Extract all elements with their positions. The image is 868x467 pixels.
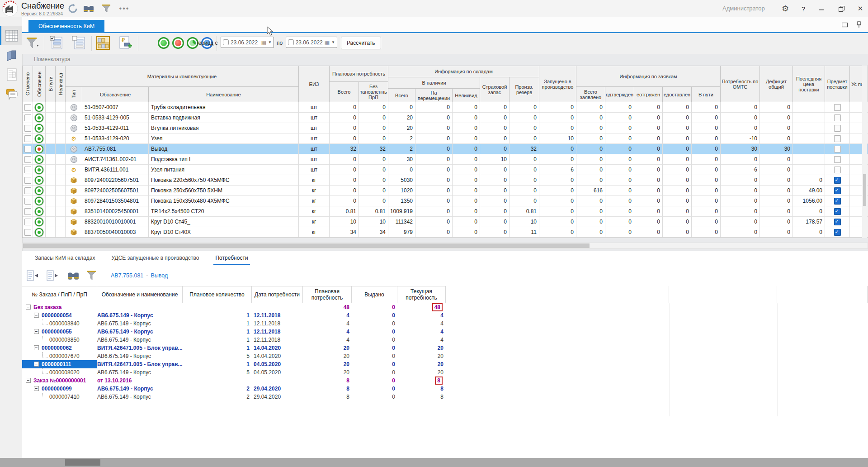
table-row[interactable]: 809724002205607501Поковка 220х560х750 4Х…: [23, 175, 868, 186]
refresh-icon[interactable]: [67, 3, 79, 14]
demand-order-cell[interactable]: 0000008020: [22, 368, 97, 376]
sidebar-item-grid[interactable]: [1, 26, 22, 45]
help-icon[interactable]: ?: [797, 4, 810, 14]
demand-row[interactable]: 0000003840АВ6.675.149 - Корпус112.11.201…: [22, 319, 868, 328]
checklist-doc-icon[interactable]: [48, 36, 64, 50]
column-header-provided[interactable]: Обеспечен: [33, 66, 46, 102]
column-header-materials_group[interactable]: Материалы и комплектующие: [66, 66, 299, 87]
filter-funnel-icon[interactable]: [85, 269, 99, 282]
maximize-panel-icon[interactable]: [842, 23, 848, 28]
scrollbar-thumb[interactable]: [863, 174, 866, 206]
tree-expand-icon[interactable]: −: [34, 313, 39, 318]
column-header-marked[interactable]: Отмечено: [23, 66, 33, 102]
marked-checkbox[interactable]: [24, 198, 31, 205]
supply-subject-checkbox[interactable]: [834, 208, 841, 215]
demand-row[interactable]: −0000000055АВ6.675.149 - Корпус112.11.20…: [22, 328, 868, 336]
column-header-in_transit[interactable]: В пути: [46, 66, 56, 102]
date-from-input[interactable]: 23.06.2022 ▦ ▼: [221, 37, 274, 48]
green-circle-icon[interactable]: [158, 37, 170, 49]
demand-order-cell[interactable]: 0000007410: [22, 393, 97, 401]
demand-header-1[interactable]: Обозначение и наименование: [97, 286, 183, 303]
column-header-name[interactable]: Наименование: [149, 87, 299, 102]
column-header-planned_group[interactable]: Плановая потребность: [330, 66, 388, 82]
supply-subject-checkbox[interactable]: [834, 229, 841, 236]
supply-subject-checkbox[interactable]: [834, 125, 841, 132]
demand-header-8[interactable]: [669, 286, 777, 303]
supply-subject-checkbox[interactable]: [834, 114, 841, 121]
demand-order-cell[interactable]: −Заказ №0000000001: [22, 376, 97, 385]
demand-row[interactable]: 0000003850АВ6.675.149 - Корпус112.11.201…: [22, 336, 868, 344]
bottom-tab-1[interactable]: УДСЕ запущенные в производство: [109, 251, 201, 265]
marked-checkbox[interactable]: [24, 114, 31, 121]
calendar-icon[interactable]: ▦: [325, 40, 330, 45]
table-row[interactable]: АИСТ.741361.002-01Подставка тип Iшт00300…: [23, 154, 868, 165]
demand-header-2[interactable]: Плановое количество: [183, 286, 252, 303]
demand-header-5[interactable]: Выдано: [352, 286, 397, 303]
date-to-input[interactable]: 23.06.2022 ▦ ▼: [286, 37, 337, 48]
selected-item-name[interactable]: Вывод: [151, 272, 168, 279]
column-header-req_confirmed[interactable]: одтвержден: [605, 87, 634, 102]
horizontal-scrollbar[interactable]: [22, 243, 868, 249]
warehouse-shelf-icon[interactable]: [95, 36, 111, 50]
collapse-doc-icon[interactable]: [26, 269, 39, 282]
marked-checkbox[interactable]: [24, 104, 31, 111]
minimize-button[interactable]: [815, 4, 828, 14]
window-bottom-scrollbar[interactable]: [0, 458, 868, 467]
column-header-avail_illiquid[interactable]: Неликвид: [453, 89, 480, 102]
demand-header-6[interactable]: Текущая потребность: [397, 286, 446, 303]
expand-doc-icon[interactable]: [46, 269, 59, 282]
vertical-scrollbar[interactable]: [862, 66, 867, 238]
close-button[interactable]: ✕: [854, 4, 867, 14]
supply-subject-checkbox[interactable]: [834, 219, 841, 225]
column-header-warehouse_group[interactable]: Информация по складам: [388, 66, 539, 77]
column-header-illiquid[interactable]: Неликвид: [56, 66, 66, 102]
date-from-checkbox[interactable]: [223, 39, 229, 45]
column-header-req_unshipped[interactable]: еотгружен: [634, 87, 663, 102]
chevron-down-icon[interactable]: ▼: [268, 40, 272, 44]
column-header-req_total[interactable]: Всего заявлено: [576, 87, 605, 102]
marked-checkbox[interactable]: [24, 229, 31, 236]
filter-icon[interactable]: [100, 3, 112, 14]
column-header-requests_group[interactable]: Информация по заявкам: [576, 66, 721, 87]
binoculars-icon[interactable]: [83, 3, 94, 14]
column-header-planned_wo_prp[interactable]: Без тановленнь ПрП: [359, 82, 388, 102]
table-row[interactable]: 51-0533-4129-005Вставка подвижнаяшт00200…: [23, 113, 868, 123]
demand-order-cell[interactable]: −0000000054: [22, 311, 97, 319]
demand-row[interactable]: −0000000111ВИТЯ.426471.005 - Блок управ.…: [22, 360, 868, 368]
date-to-checkbox[interactable]: [288, 39, 294, 45]
column-header-avail_moving[interactable]: На перемещении: [415, 89, 453, 102]
restore-button[interactable]: [835, 4, 848, 14]
demand-row[interactable]: −0000000062ВИТЯ.426471.005 - Блок управ.…: [22, 344, 868, 352]
scrollbar-thumb[interactable]: [23, 243, 590, 248]
demand-row[interactable]: −Заказ №0000000001от 13.10.2016808: [22, 376, 868, 385]
marked-checkbox[interactable]: [24, 208, 31, 215]
demand-row[interactable]: −Без заказа48048: [22, 303, 868, 311]
supply-subject-checkbox[interactable]: [834, 104, 841, 111]
table-row[interactable]: 88370050040010003Круг D10 Ст40Хкг3434979…: [23, 227, 868, 238]
column-header-unit[interactable]: ЕИЗ: [299, 66, 330, 102]
more-icon[interactable]: •••: [118, 3, 130, 14]
column-header-launched[interactable]: Запущено в производство: [539, 66, 576, 102]
date-from-value[interactable]: 23.06.2022: [231, 39, 258, 46]
demand-row[interactable]: 0000007410АВ6.675.149 - Корпус229.04.202…: [22, 393, 868, 401]
chevron-down-icon[interactable]: ▼: [331, 40, 335, 44]
demand-row[interactable]: −0000000099АВ6.675.149 - Корпус229.04.20…: [22, 385, 868, 393]
column-header-req_undelivered[interactable]: едоставлен: [663, 87, 692, 102]
demand-row[interactable]: 0000007670АВ6.675.149 - Корпус514.04.202…: [22, 352, 868, 360]
marked-checkbox[interactable]: [24, 167, 31, 173]
marked-checkbox[interactable]: [24, 219, 31, 225]
pin-icon[interactable]: [856, 21, 862, 28]
table-row[interactable]: 809724002505607501Поковка 250х560х750 5Х…: [23, 186, 868, 196]
bottom-tab-2[interactable]: Потребности: [213, 251, 250, 265]
column-header-supply_subject[interactable]: Предмет поставки: [825, 66, 850, 102]
tree-expand-icon[interactable]: −: [34, 362, 39, 367]
date-to-value[interactable]: 23.06.2022: [296, 39, 323, 46]
column-header-designation[interactable]: Обозначение: [82, 87, 149, 102]
sidebar-item-chat[interactable]: [1, 85, 22, 104]
demand-order-cell[interactable]: 0000007670: [22, 352, 97, 360]
column-header-last_price[interactable]: Последняя цена поставки: [793, 66, 825, 102]
marked-checkbox[interactable]: [24, 135, 31, 142]
marked-checkbox[interactable]: [24, 156, 31, 163]
supply-subject-checkbox[interactable]: [834, 167, 841, 173]
column-header-avail_total[interactable]: Всего: [388, 89, 415, 102]
